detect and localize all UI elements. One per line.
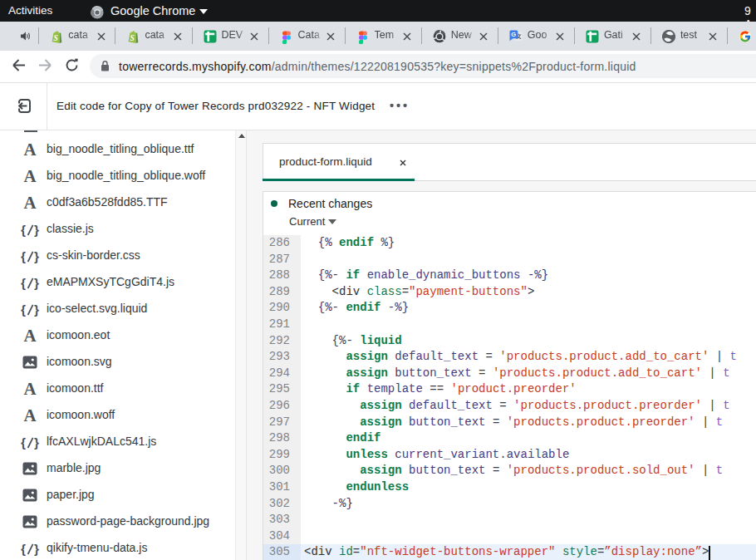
svg-text:S: S [130, 34, 134, 42]
svg-text:}: } [34, 302, 39, 317]
svg-text:{: { [21, 435, 26, 449]
svg-text:{: { [21, 542, 26, 556]
svg-text:{: { [21, 223, 26, 237]
svg-text:S: S [53, 34, 57, 42]
svg-text:{: { [21, 302, 26, 317]
svg-text:}: } [34, 276, 39, 290]
svg-text:{: { [21, 276, 26, 290]
svg-text:{: { [21, 249, 26, 263]
svg-text:}: } [34, 542, 39, 556]
svg-text:}: } [34, 249, 39, 263]
svg-text:G: G [512, 31, 517, 38]
svg-text:}: } [34, 435, 39, 449]
svg-text:}: } [34, 223, 39, 237]
